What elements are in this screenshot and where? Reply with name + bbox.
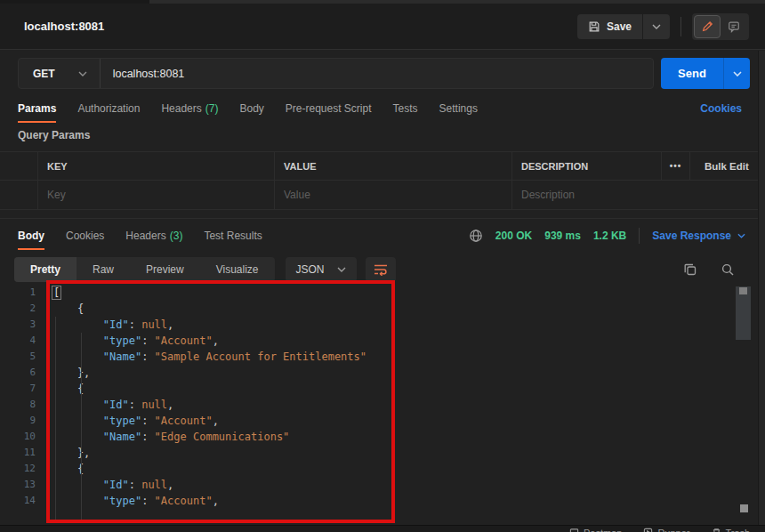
code-line[interactable]: 6 },	[0, 365, 735, 381]
view-tab-raw[interactable]: Raw	[76, 257, 130, 282]
send-options-dropdown[interactable]	[723, 58, 750, 89]
footer-runner[interactable]: Runner	[643, 528, 689, 532]
code-line[interactable]: 2 {	[0, 301, 735, 317]
code-line[interactable]: 13 "Id": null,	[0, 477, 735, 493]
footer-label: Postman	[584, 528, 622, 532]
save-options-dropdown[interactable]	[642, 14, 670, 39]
right-panel-edge	[758, 51, 765, 525]
response-tab-cookies[interactable]: Cookies	[66, 220, 104, 252]
scrollbar-handle-bottom[interactable]	[740, 504, 748, 512]
code-text: {	[52, 301, 84, 317]
view-mode-group: Pretty Raw Preview Visualize	[14, 257, 275, 282]
code-text: },	[52, 365, 90, 381]
search-icon	[721, 262, 735, 277]
code-text: "Name": "Edge Communications"	[52, 429, 289, 445]
param-description-input[interactable]	[521, 189, 764, 201]
tab-label: Headers	[161, 102, 201, 115]
globe-icon[interactable]	[469, 229, 483, 243]
row-select-cell	[0, 181, 37, 209]
footer-postman[interactable]: Postman	[569, 528, 622, 532]
code-line[interactable]: 14 "type": "Account",	[0, 493, 735, 509]
code-text: "type": "Account",	[52, 333, 219, 349]
wrap-lines-toggle[interactable]	[366, 257, 396, 282]
tab-params[interactable]: Params	[18, 93, 56, 125]
row-select-column	[0, 152, 37, 180]
code-line[interactable]: 4 "type": "Account",	[0, 333, 735, 349]
format-select[interactable]: JSON	[286, 257, 357, 282]
tab-label: Params	[18, 102, 56, 115]
query-params-title: Query Params	[18, 129, 90, 141]
line-number: 1	[0, 285, 36, 301]
view-tab-visualize[interactable]: Visualize	[200, 257, 275, 282]
line-number: 6	[0, 365, 36, 381]
view-tab-preview[interactable]: Preview	[130, 257, 200, 282]
tab-label: Settings	[439, 102, 478, 115]
footer-trash[interactable]: Trash	[712, 528, 751, 532]
view-tab-pretty[interactable]: Pretty	[14, 257, 76, 282]
params-input-row	[0, 181, 765, 210]
code-text: "Id": null,	[52, 317, 173, 333]
tab-authorization[interactable]: Authorization	[77, 93, 140, 125]
response-time[interactable]: 939 ms	[544, 230, 581, 242]
pencil-icon	[701, 20, 713, 33]
tab-headers[interactable]: Headers(7)	[161, 93, 218, 125]
response-tab-headers[interactable]: Headers(3)	[125, 220, 182, 252]
bulk-edit-button[interactable]: Bulk Edit	[689, 152, 765, 180]
response-view-toolbar: Pretty Raw Preview Visualize JSON	[0, 256, 758, 283]
param-value-input[interactable]	[284, 189, 511, 201]
headers-count-badge: (7)	[205, 102, 219, 115]
chevron-down-icon	[78, 71, 87, 77]
code-line[interactable]: 8 "Id": null,	[0, 397, 735, 413]
tab-settings[interactable]: Settings	[439, 93, 478, 125]
runner-icon	[643, 528, 653, 532]
send-button[interactable]: Send	[661, 58, 723, 89]
status-badge[interactable]: 200 OK	[495, 230, 532, 242]
line-number: 3	[0, 317, 36, 333]
code-line[interactable]: 12 {	[0, 461, 735, 477]
code-text: "Id": null,	[52, 477, 173, 493]
save-button[interactable]: Save	[577, 14, 642, 39]
line-number: 5	[0, 349, 36, 365]
method-selector[interactable]: GET	[19, 59, 101, 88]
response-tab-body[interactable]: Body	[18, 220, 44, 252]
line-number: 7	[0, 381, 36, 397]
scrollbar-thumb[interactable]	[736, 286, 751, 340]
request-tabs: Params Authorization Headers(7) Body Pre…	[0, 93, 758, 125]
tab-tests[interactable]: Tests	[393, 93, 418, 125]
response-size[interactable]: 1.2 KB	[593, 230, 626, 242]
save-response-button[interactable]: Save Response	[652, 230, 745, 242]
search-button[interactable]	[721, 262, 735, 277]
code-line[interactable]: 5 "Name": "Sample Account for Entitlemen…	[0, 349, 735, 365]
code-line[interactable]: 9 "type": "Account",	[0, 413, 735, 429]
more-options-icon[interactable]: •••	[661, 152, 689, 180]
line-number: 14	[0, 493, 36, 509]
code-line[interactable]: 10 "Name": "Edge Communications"	[0, 429, 735, 445]
line-number: 4	[0, 333, 36, 349]
code-line[interactable]: 1[	[0, 285, 735, 301]
edit-pencil-button[interactable]	[694, 15, 721, 38]
topbar-divider	[680, 17, 681, 36]
tab-label: Pre-request Script	[286, 102, 372, 115]
response-headers-count-badge: (3)	[170, 230, 183, 242]
response-body-editor[interactable]: 1[2 {3 "Id": null,4 "type": "Account",5 …	[0, 285, 735, 525]
comments-button[interactable]	[721, 15, 747, 38]
response-meta: 200 OK 939 ms 1.2 KB Save Response	[469, 219, 745, 253]
code-line[interactable]: 3 "Id": null,	[0, 317, 735, 333]
topbar-actions: Save	[577, 4, 749, 50]
scrollbar-handle-top[interactable]	[739, 287, 747, 294]
floppy-disk-icon	[588, 20, 600, 33]
tab-label: Authorization	[77, 102, 140, 115]
code-line[interactable]: 7 {	[0, 381, 735, 397]
line-number: 8	[0, 397, 36, 413]
save-response-label: Save Response	[652, 230, 731, 242]
param-key-input[interactable]	[47, 189, 274, 201]
cookies-link[interactable]: Cookies	[700, 93, 742, 125]
copy-button[interactable]	[683, 262, 697, 277]
response-tab-test-results[interactable]: Test Results	[204, 220, 262, 252]
tab-pre-request-script[interactable]: Pre-request Script	[286, 93, 372, 125]
url-input[interactable]	[101, 59, 653, 88]
tab-body[interactable]: Body	[239, 93, 263, 125]
edit-comment-toggle-group	[692, 13, 749, 40]
code-line[interactable]: 11 },	[0, 445, 735, 461]
code-lines: 1[2 {3 "Id": null,4 "type": "Account",5 …	[0, 285, 735, 509]
